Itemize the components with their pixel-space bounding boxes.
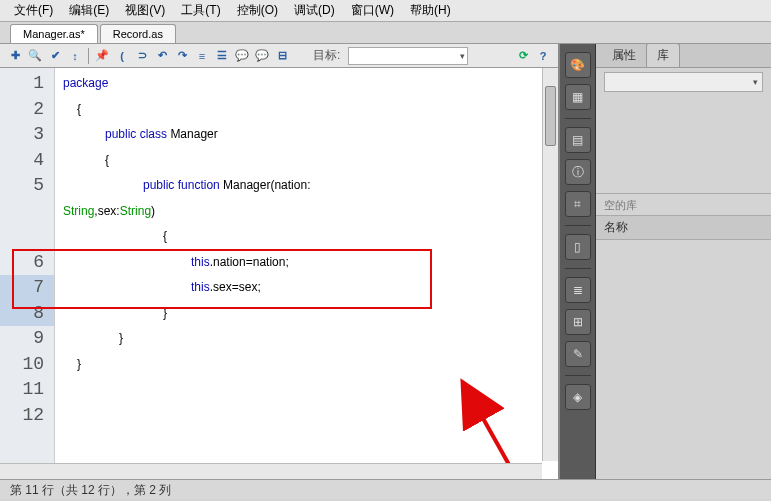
check-icon[interactable]: ✔: [46, 47, 64, 65]
line-num: 6: [0, 250, 54, 276]
transform-icon[interactable]: ⌗: [565, 191, 591, 217]
empty-library-label: 空的库: [596, 194, 771, 215]
tab-properties[interactable]: 属性: [602, 44, 646, 67]
nav-icon[interactable]: ⟳: [514, 47, 532, 65]
bookmark-icon[interactable]: ↕: [66, 47, 84, 65]
line-num: 1: [0, 71, 54, 97]
tab-library[interactable]: 库: [646, 43, 680, 67]
right-panel: 属性 库 空的库 名称: [596, 44, 771, 479]
line-num: 10: [0, 352, 54, 378]
brace2-icon[interactable]: ⊃: [133, 47, 151, 65]
panel-tabs: 属性 库: [596, 44, 771, 68]
menu-debug[interactable]: 调试(D): [286, 2, 343, 19]
code-area[interactable]: 1 2 3 4 5 6 7 8 9 10 11 12 package { pub…: [0, 68, 558, 479]
format-icon[interactable]: ≡: [193, 47, 211, 65]
align-icon[interactable]: ▤: [565, 127, 591, 153]
menu-control[interactable]: 控制(O): [229, 2, 286, 19]
menu-view[interactable]: 视图(V): [117, 2, 173, 19]
pin-icon[interactable]: 📌: [93, 47, 111, 65]
collapse-icon[interactable]: ⊟: [273, 47, 291, 65]
line-gutter: 1 2 3 4 5 6 7 8 9 10 11 12: [0, 68, 55, 479]
comp-icon[interactable]: ◈: [565, 384, 591, 410]
history-icon[interactable]: ≣: [565, 277, 591, 303]
menu-tools[interactable]: 工具(T): [173, 2, 228, 19]
uncomment-icon[interactable]: 💬: [253, 47, 271, 65]
menu-file[interactable]: 文件(F): [6, 2, 61, 19]
line-num: 2: [0, 97, 54, 123]
editor-toolbar: ✚ 🔍 ✔ ↕ 📌 ( ⊃ ↶ ↷ ≡ ☰ 💬 💬 ⊟ 目标: ⟳ ?: [0, 44, 558, 68]
tab-record[interactable]: Record.as: [100, 24, 176, 43]
find-icon[interactable]: ☰: [213, 47, 231, 65]
horizontal-scrollbar[interactable]: [0, 463, 542, 479]
status-bar: 第 11 行（共 12 行），第 2 列: [0, 479, 771, 499]
line-num: 8: [0, 301, 54, 327]
target-label: 目标:: [313, 47, 340, 64]
palette-icon[interactable]: 🎨: [565, 52, 591, 78]
line-num: 11: [0, 377, 54, 403]
search-icon[interactable]: 🔍: [26, 47, 44, 65]
swatch-icon[interactable]: ▦: [565, 84, 591, 110]
menu-help[interactable]: 帮助(H): [402, 2, 459, 19]
help-icon[interactable]: ?: [534, 47, 552, 65]
info-icon[interactable]: ⓘ: [565, 159, 591, 185]
menu-window[interactable]: 窗口(W): [343, 2, 402, 19]
line-num: 7: [0, 275, 54, 301]
line-num: 3: [0, 122, 54, 148]
assets-icon[interactable]: ⊞: [565, 309, 591, 335]
undo-icon[interactable]: ↶: [153, 47, 171, 65]
target-dropdown[interactable]: [348, 47, 468, 65]
redo-icon[interactable]: ↷: [173, 47, 191, 65]
vertical-scrollbar[interactable]: [542, 68, 558, 461]
add-icon[interactable]: ✚: [6, 47, 24, 65]
menu-bar: 文件(F) 编辑(E) 视图(V) 工具(T) 控制(O) 调试(D) 窗口(W…: [0, 0, 771, 22]
lib-icon[interactable]: ▯: [565, 234, 591, 260]
line-num: 12: [0, 403, 54, 429]
brace1-icon[interactable]: (: [113, 47, 131, 65]
comment-icon[interactable]: 💬: [233, 47, 251, 65]
code-text[interactable]: package { public class Manager { public …: [55, 68, 558, 479]
name-header[interactable]: 名称: [596, 215, 771, 240]
dock-panel: 🎨 ▦ ▤ ⓘ ⌗ ▯ ≣ ⊞ ✎ ◈: [560, 44, 596, 479]
brush-icon[interactable]: ✎: [565, 341, 591, 367]
menu-edit[interactable]: 编辑(E): [61, 2, 117, 19]
line-num: 9: [0, 326, 54, 352]
separator: [88, 48, 89, 64]
line-num: 5: [0, 173, 54, 199]
editor-pane: ✚ 🔍 ✔ ↕ 📌 ( ⊃ ↶ ↷ ≡ ☰ 💬 💬 ⊟ 目标: ⟳ ? 1 2 …: [0, 44, 560, 479]
library-dropdown[interactable]: [604, 72, 763, 92]
tab-manager[interactable]: Manager.as*: [10, 24, 98, 43]
library-preview: [596, 94, 771, 194]
line-num: 4: [0, 148, 54, 174]
document-tabs: Manager.as* Record.as: [0, 22, 771, 44]
